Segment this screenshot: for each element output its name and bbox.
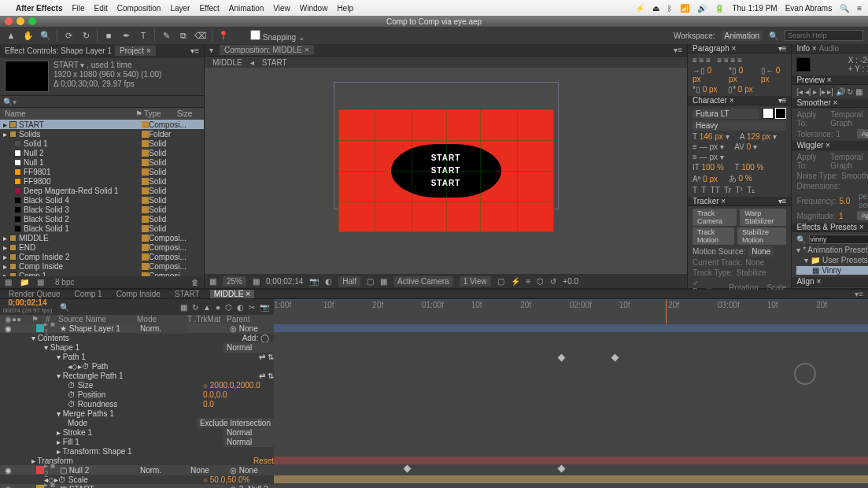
tl-switch-icon[interactable]: ⬡ xyxy=(225,303,232,312)
layer-row[interactable]: ◉ ▸ ■ 3▦ START ◎ 2. Null 2 xyxy=(0,484,274,488)
always-preview-icon[interactable]: ▦ xyxy=(209,277,216,286)
prop-row[interactable]: ▸ Fill 1Normal xyxy=(0,437,274,446)
track-camera-button[interactable]: Track Camera xyxy=(693,209,737,226)
kerning[interactable]: ≡ — px ▾ xyxy=(693,142,724,151)
preview-panel-header[interactable]: Preview ×▾≡ xyxy=(792,76,868,85)
workspace-dropdown[interactable]: Animation xyxy=(722,31,763,41)
notifications-icon[interactable]: ≡ xyxy=(857,4,862,13)
shape-tool-icon[interactable]: ■ xyxy=(102,29,115,42)
prop-row[interactable]: ⏱ Position0.0,0.0 xyxy=(0,390,274,399)
fast-previews-icon[interactable]: ⚡ xyxy=(511,277,520,286)
col-parent[interactable]: Parent xyxy=(227,315,274,323)
camera-dropdown[interactable]: Active Camera xyxy=(393,276,453,287)
timecode-display[interactable]: 0;00;02;14 00074 (29.97 fps) xyxy=(0,299,55,315)
rotate-tool-icon[interactable]: ↻ xyxy=(79,29,92,42)
col-size[interactable]: Size xyxy=(177,109,204,118)
project-item[interactable]: Null 1Solid xyxy=(0,157,204,167)
col-type[interactable]: Type xyxy=(144,109,177,118)
grid-icon[interactable]: ▦ xyxy=(253,277,260,286)
font-family-dropdown[interactable]: Futura LT xyxy=(693,109,759,119)
menu-effect[interactable]: Effect xyxy=(199,4,219,13)
smoother-panel-header[interactable]: Smoother ×▾≡ xyxy=(792,98,868,108)
menu-edit[interactable]: Edit xyxy=(94,4,108,13)
character-panel-header[interactable]: Character ×▾≡ xyxy=(688,96,791,105)
eraser-tool-icon[interactable]: ⌫ xyxy=(194,29,207,42)
paragraph-align-buttons[interactable]: ≡ ≡ ≡ ≡ ≡ ≡ ≡ xyxy=(693,56,786,65)
clone-tool-icon[interactable]: ⧉ xyxy=(177,29,190,42)
roi-icon[interactable]: ▢ xyxy=(367,277,374,286)
tsume[interactable]: あ 0 % xyxy=(729,173,752,184)
prop-row[interactable]: ▾ ContentsAdd: ◯ xyxy=(0,333,274,342)
bluetooth-icon[interactable]: ᛒ xyxy=(667,4,672,13)
exposure-value[interactable]: +0.0 xyxy=(563,277,578,286)
window-close[interactable] xyxy=(5,17,13,25)
window-minimize[interactable] xyxy=(17,17,24,25)
menu-layer[interactable]: Layer xyxy=(170,4,190,13)
folder-icon[interactable]: 📁 xyxy=(20,278,29,287)
motion-source-dropdown[interactable]: None xyxy=(748,246,774,257)
menu-animation[interactable]: Animation xyxy=(229,4,264,13)
prop-row[interactable]: ▸ TransformReset xyxy=(0,456,274,465)
comp-tab[interactable]: Composition: MIDDLE × xyxy=(220,45,314,55)
comp-canvas[interactable]: START START START xyxy=(205,68,687,274)
tl-switch-icon[interactable]: ↻ xyxy=(192,303,198,312)
track-motion-button[interactable]: Track Motion xyxy=(693,227,734,245)
tl-switch-icon[interactable]: 📷 xyxy=(260,303,269,312)
effect-controls-tab[interactable]: Effect Controls: Shape Layer 1 xyxy=(5,46,112,55)
project-item[interactable]: Deep Magenta-Red Solid 1Solid xyxy=(0,186,204,195)
preset-tree-item[interactable]: ▾ * Animation Presets xyxy=(796,246,868,254)
clock[interactable]: Thu 1:19 PM xyxy=(732,4,777,13)
prop-row[interactable]: ◂◇▸⏱ Scale⟐ 50.0,50.0% xyxy=(0,475,274,484)
horizontal-scale[interactable]: T 100 % xyxy=(734,163,763,172)
project-tab[interactable]: Project × xyxy=(115,46,156,56)
menu-help[interactable]: Help xyxy=(337,4,353,13)
paragraph-panel-header[interactable]: Paragraph ×▾≡ xyxy=(688,44,791,54)
keyframe[interactable] xyxy=(558,465,566,473)
prop-row[interactable]: ▾ Merge Paths 1 xyxy=(0,409,274,418)
faux-style-buttons[interactable]: T T TT Tr T¹ T₁ xyxy=(693,186,786,194)
info-panel-header[interactable]: Info × Audio▾≡ xyxy=(792,44,868,54)
tl-switch-icon[interactable]: ● xyxy=(216,303,220,312)
keyframe[interactable] xyxy=(611,354,619,362)
orbit-tool-icon[interactable]: ⟳ xyxy=(62,29,75,42)
space-after[interactable]: ▯* 0 px xyxy=(728,85,753,94)
prop-row[interactable]: ▸ Transform: Shape 1 xyxy=(0,446,274,456)
effects-presets-header[interactable]: Effects & Presets ×▾≡ xyxy=(792,223,868,232)
keyframe[interactable] xyxy=(404,465,412,473)
layer-row[interactable]: ◉ ▸ ■ 1★ Shape Layer 1 Norm. ◎ None xyxy=(0,323,274,333)
menu-composition[interactable]: Composition xyxy=(117,4,161,13)
trash-icon[interactable]: 🗑 xyxy=(191,278,199,287)
indent-right[interactable]: ▯← 0 px xyxy=(761,66,787,83)
timeline-icon[interactable]: ≡ xyxy=(526,277,531,286)
col-trkmat[interactable]: T .TrkMat xyxy=(187,315,227,323)
tl-switch-icon[interactable]: ▲ xyxy=(203,303,211,312)
project-item[interactable]: FF9800Solid xyxy=(0,176,204,186)
stabilize-motion-button[interactable]: Stabilize Motion xyxy=(737,227,786,245)
project-item-list[interactable]: ▸STARTComposi...▸SolidsFolderSolid 1Soli… xyxy=(0,120,204,276)
fill-swatch[interactable] xyxy=(763,108,774,119)
col-source-name[interactable]: Source Name xyxy=(58,315,137,323)
keyframe[interactable] xyxy=(558,354,566,362)
window-zoom[interactable] xyxy=(28,17,36,25)
project-item[interactable]: ▸ENDComposi... xyxy=(0,242,204,252)
stroke-swatch[interactable] xyxy=(775,108,786,119)
font-style-dropdown[interactable]: Heavy xyxy=(693,120,786,131)
project-item[interactable]: FF9801Solid xyxy=(0,167,204,176)
project-item[interactable]: Null 2Solid xyxy=(0,148,204,157)
wifi-icon[interactable]: 📶 xyxy=(680,4,689,13)
project-item[interactable]: ▸Comp InsideComposi... xyxy=(0,261,204,271)
warp-stabilizer-button[interactable]: Warp Stabilizer xyxy=(740,209,786,226)
selection-tool-icon[interactable]: ▲ xyxy=(5,29,17,42)
comp-icon[interactable]: ▦ xyxy=(37,278,44,287)
project-item[interactable]: ▸STARTComposi... xyxy=(0,120,204,129)
tab-render-queue[interactable]: Render Queue xyxy=(5,290,65,298)
prop-row[interactable]: ▾ Rectangle Path 1⇄ ⇅ xyxy=(0,371,274,380)
vertical-scale[interactable]: IT 100 % xyxy=(693,163,724,172)
smoother-apply-button[interactable]: Apply xyxy=(857,129,868,139)
prop-row[interactable]: ⏱ Size⟐ 2000.0,2000.0 xyxy=(0,380,274,390)
wiggler-apply-button[interactable]: Apply xyxy=(857,211,868,220)
pin-tool-icon[interactable]: 📍 xyxy=(217,29,230,42)
comp-flowchart-icon[interactable]: ⬡ xyxy=(537,277,544,286)
spotlight-icon[interactable]: 🔍 xyxy=(840,4,849,13)
zoom-dropdown[interactable]: 25% xyxy=(223,276,246,287)
